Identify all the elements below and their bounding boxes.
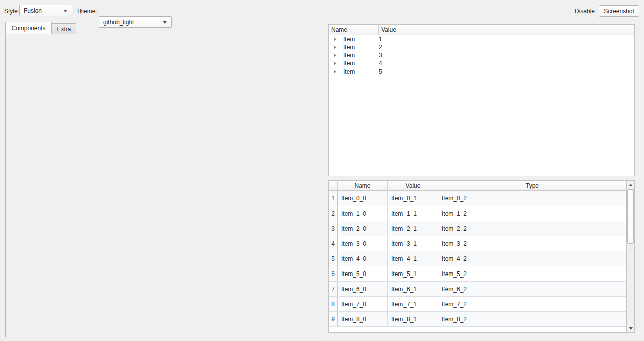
tab-extra[interactable]: Extra <box>52 23 76 34</box>
table-header-name[interactable]: Name <box>338 181 388 190</box>
table-cell-type[interactable]: Item_1_2 <box>438 206 626 221</box>
table-row-number[interactable]: 2 <box>329 206 338 221</box>
table-cell-name[interactable]: Item_4_0 <box>338 251 388 266</box>
tree-row[interactable]: Item 3 <box>329 51 634 59</box>
table-row-number[interactable]: 3 <box>329 221 338 236</box>
table-cell-value[interactable]: Item_6_1 <box>388 282 438 296</box>
table-cell-type[interactable]: Item_7_2 <box>438 297 626 311</box>
tree-item-name[interactable]: Item <box>343 44 379 51</box>
scroll-down-icon <box>629 327 633 330</box>
table-cell-name[interactable]: Item_6_0 <box>338 282 388 296</box>
table-cell-type[interactable]: Item_8_2 <box>438 312 626 326</box>
style-label: Style: <box>4 8 19 15</box>
table-row-number[interactable]: 1 <box>329 191 338 206</box>
style-combobox[interactable]: Fusion <box>19 5 72 16</box>
table-row-number[interactable]: 9 <box>329 312 338 326</box>
table-row-number[interactable]: 5 <box>329 251 338 266</box>
table-row[interactable]: 3 Item_2_0 Item_2_1 Item_2_2 <box>329 221 626 236</box>
table-vertical-scrollbar[interactable] <box>626 181 634 332</box>
tree-view: Name Value Item 1 Item 2 Item 3 <box>328 24 635 176</box>
chevron-right-icon[interactable] <box>334 61 336 65</box>
table-view: Name Value Type 1 Item_0_0 Item_0_1 Item… <box>328 180 635 333</box>
tree-row[interactable]: Item 2 <box>329 43 634 51</box>
screenshot-button[interactable]: Screenshot <box>599 5 639 17</box>
table-cell-type[interactable]: Item_0_2 <box>438 191 626 206</box>
table-cell-type[interactable]: Item_6_2 <box>438 282 626 296</box>
table-row[interactable]: 5 Item_4_0 Item_4_1 Item_4_2 <box>329 251 626 266</box>
table-header: Name Value Type <box>329 181 626 191</box>
table-cell-value[interactable]: Item_8_1 <box>388 312 438 326</box>
tree-item-value[interactable]: 4 <box>379 60 382 67</box>
table-row[interactable]: 7 Item_6_0 Item_6_1 Item_6_2 <box>329 282 626 297</box>
scrollbar-thumb[interactable] <box>627 189 634 244</box>
tree-item-value[interactable]: 1 <box>379 36 382 43</box>
table-cell-type[interactable]: Item_3_2 <box>438 236 626 251</box>
table-row[interactable]: 8 Item_7_0 Item_7_1 Item_7_2 <box>329 297 626 312</box>
table-row-number[interactable]: 8 <box>329 297 338 311</box>
tree-item-name[interactable]: Item <box>343 68 379 75</box>
tree-row[interactable]: Item 5 <box>329 67 634 76</box>
table-cell-value[interactable]: Item_4_1 <box>388 251 438 266</box>
table-row[interactable]: 4 Item_3_0 Item_3_1 Item_3_2 <box>329 236 626 251</box>
scroll-up-button[interactable] <box>627 181 634 189</box>
tree-row[interactable]: Item 4 <box>329 59 634 67</box>
table-row[interactable]: 1 Item_0_0 Item_0_1 Item_0_2 <box>329 191 626 206</box>
disable-label: Disable <box>575 8 595 15</box>
table-cell-name[interactable]: Item_2_0 <box>338 221 388 236</box>
table-cell-name[interactable]: Item_3_0 <box>338 236 388 251</box>
table-cell-type[interactable]: Item_2_2 <box>438 221 626 236</box>
table-cell-name[interactable]: Item_7_0 <box>338 297 388 311</box>
table-cell-name[interactable]: Item_8_0 <box>338 312 388 326</box>
table-cell-type[interactable]: Item_4_2 <box>438 251 626 266</box>
tree-item-value[interactable]: 5 <box>379 68 382 75</box>
tree-item-name[interactable]: Item <box>343 60 379 67</box>
table-cell-name[interactable]: Item_1_0 <box>338 206 388 221</box>
table-cell-value[interactable]: Item_5_1 <box>388 266 438 281</box>
theme-label: Theme: <box>76 8 97 15</box>
table-cell-value[interactable]: Item_2_1 <box>388 221 438 236</box>
style-combobox-value: Fusion <box>24 7 42 14</box>
table-cell-value[interactable]: Item_7_1 <box>388 297 438 311</box>
tab-components[interactable]: Components <box>5 22 52 34</box>
tree-item-name[interactable]: Item <box>343 36 379 43</box>
theme-combobox[interactable]: github_light <box>99 16 172 28</box>
tree-row[interactable]: Item 1 <box>329 35 634 43</box>
table-row[interactable]: 6 Item_5_0 Item_5_1 Item_5_2 <box>329 266 626 282</box>
chevron-down-icon <box>163 21 167 24</box>
theme-combobox-value: github_light <box>103 19 134 26</box>
chevron-right-icon[interactable] <box>334 37 336 41</box>
scroll-up-icon <box>629 184 633 186</box>
table-header-type[interactable]: Type <box>438 181 626 190</box>
tree-item-name[interactable]: Item <box>343 52 379 59</box>
tree-item-value[interactable]: 3 <box>379 52 382 59</box>
table-body: 1 Item_0_0 Item_0_1 Item_0_2 2 Item_1_0 … <box>329 191 626 327</box>
chevron-right-icon[interactable] <box>334 45 336 49</box>
chevron-down-icon <box>63 10 67 12</box>
scroll-down-button[interactable] <box>627 324 634 332</box>
table-header-corner <box>329 181 338 190</box>
table-cell-name[interactable]: Item_0_0 <box>338 191 388 206</box>
components-tab-pane <box>5 34 320 337</box>
tree-item-value[interactable]: 2 <box>379 44 382 51</box>
table-row-number[interactable]: 7 <box>329 282 338 296</box>
tree-body: Item 1 Item 2 Item 3 Item 4 <box>329 35 634 76</box>
tree-header-value[interactable]: Value <box>379 25 634 35</box>
table-row[interactable]: 2 Item_1_0 Item_1_1 Item_1_2 <box>329 206 626 221</box>
table-cell-value[interactable]: Item_0_1 <box>388 191 438 206</box>
chevron-right-icon[interactable] <box>334 53 336 57</box>
table-cell-value[interactable]: Item_1_1 <box>388 206 438 221</box>
table-row-number[interactable]: 4 <box>329 236 338 251</box>
table-cell-name[interactable]: Item_5_0 <box>338 266 388 281</box>
table-cell-value[interactable]: Item_3_1 <box>388 236 438 251</box>
chevron-right-icon[interactable] <box>334 70 336 74</box>
table-row-number[interactable]: 6 <box>329 266 338 281</box>
table-cell-type[interactable]: Item_5_2 <box>438 266 626 281</box>
table-row[interactable]: 9 Item_8_0 Item_8_1 Item_8_2 <box>329 312 626 327</box>
tree-header-name[interactable]: Name <box>329 25 379 35</box>
tree-header: Name Value <box>329 25 634 35</box>
table-header-value[interactable]: Value <box>388 181 438 190</box>
